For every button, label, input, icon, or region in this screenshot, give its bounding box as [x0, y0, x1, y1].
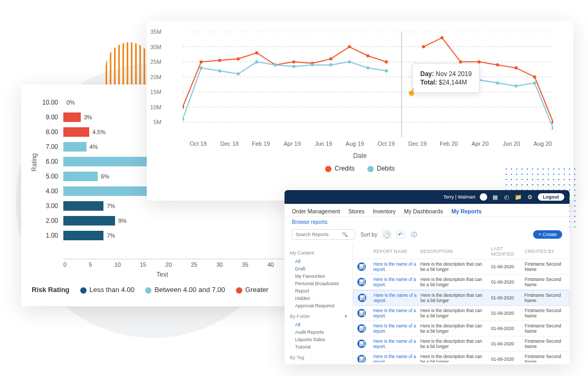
- bar-rect: [63, 231, 103, 240]
- svg-point-10: [218, 59, 221, 62]
- table-row[interactable]: 📊Here is the name of a report.Here is th…: [353, 275, 570, 290]
- cell-report-name[interactable]: Here is the name of a report.: [373, 339, 417, 349]
- svg-point-17: [348, 45, 351, 49]
- bar-x-tick: 0: [63, 261, 89, 268]
- cell-created-by: Firstname Second Name: [525, 277, 565, 287]
- cell-last-modified: 01-06-2020: [491, 326, 521, 331]
- cell-report-name[interactable]: Here is the name of a report.: [373, 354, 417, 362]
- refresh-icon[interactable]: ↶: [396, 230, 405, 239]
- svg-point-44: [496, 81, 499, 84]
- sort-time-icon[interactable]: 🕑: [383, 230, 391, 239]
- cell-report-name[interactable]: Here is the name of a report.: [373, 323, 417, 334]
- app-body: My Content AllDraftMy FavouritesPersonal…: [284, 244, 570, 362]
- sidebar-item-report[interactable]: Report: [290, 287, 347, 295]
- report-icon: 📊: [357, 309, 366, 317]
- table-row[interactable]: 📊Here is the name of a report.Here is th…: [353, 336, 570, 352]
- line-x-tick: Apr 19: [277, 140, 308, 147]
- table-row[interactable]: 📊Here is the name of a report.Here is th…: [353, 259, 570, 275]
- folder-icon[interactable]: 📁: [515, 193, 522, 201]
- clock-icon[interactable]: ◴: [503, 193, 510, 201]
- logout-button[interactable]: Logout: [538, 193, 565, 201]
- tab-my-dashboards[interactable]: My Dashboards: [404, 208, 443, 214]
- line-chart-tooltip: Day: Nov 24 2019 Total: $24,144M: [412, 63, 479, 93]
- sidebar-item-all[interactable]: All: [290, 321, 347, 328]
- svg-point-47: [552, 127, 553, 130]
- line-y-tick: 30M: [150, 44, 162, 50]
- bar-x-tick: 30: [216, 261, 242, 268]
- sidebar-item-personal-broadcasts[interactable]: Personal Broadcasts: [290, 280, 347, 287]
- bar-category-label: 7.00: [37, 143, 58, 151]
- cell-report-name[interactable]: Here is the name of a report.: [374, 293, 418, 303]
- sidebar-item-hidden[interactable]: Hidden: [290, 295, 347, 302]
- bar-rect: [63, 127, 89, 137]
- cell-report-name[interactable]: Here is the name of a report.: [373, 277, 417, 287]
- line-y-tick: 25M: [150, 59, 162, 65]
- bar-x-axis: 0510152025303540: [63, 259, 293, 268]
- sidebar-section-by-tag: By Tag: [290, 355, 347, 360]
- tooltip-day-row: Day: Nov 24 2019: [420, 70, 471, 78]
- line-x-tick: Oct 18: [183, 140, 214, 147]
- col-created-by[interactable]: CREATED BY: [525, 249, 565, 254]
- sidebar-section-by-folder: By Folder▾ AllAudit ReportsLiquorio Sale…: [290, 314, 347, 351]
- reports-app-card: Terry | Walmart ▦ ◴ 📁 ⚙ Logout Order Man…: [284, 190, 570, 364]
- col-report-name[interactable]: REPORT NAME: [373, 249, 417, 254]
- bar-x-tick: 25: [191, 261, 216, 268]
- sidebar-item-liquorio-sales[interactable]: Liquorio Sales: [290, 336, 347, 343]
- bar-x-axis-label: Text: [32, 271, 293, 278]
- sidebar-item-tutorial[interactable]: Tutorial: [290, 343, 347, 351]
- sidebar-item-all[interactable]: All: [290, 258, 347, 265]
- bar-x-tick: 15: [140, 261, 165, 268]
- bar-chart-legend: Risk Rating Less than 4.00 Between 4.00 …: [32, 286, 293, 294]
- search-icon[interactable]: 🔍: [342, 232, 348, 237]
- sidebar-item-my-favourites[interactable]: My Favourites: [290, 272, 347, 280]
- bar-value-label: 4%: [90, 144, 98, 150]
- grid-icon[interactable]: ▦: [491, 193, 499, 201]
- swatch-debits-icon: [367, 166, 374, 172]
- report-icon: 📊: [357, 262, 366, 271]
- table-row[interactable]: 📊Here is the name of a report.Here is th…: [353, 352, 570, 362]
- sidebar-title-by-folder[interactable]: By Folder▾: [290, 314, 347, 319]
- browse-reports-link[interactable]: Browse reports: [284, 217, 570, 227]
- table-row[interactable]: 📊Here is the name of a report.Here is th…: [353, 306, 570, 321]
- app-header: Terry | Walmart ▦ ◴ 📁 ⚙ Logout: [284, 190, 570, 204]
- cell-report-name[interactable]: Here is the name of a report.: [373, 308, 417, 318]
- bar-x-tick: 10: [115, 261, 140, 268]
- sidebar-item-audit-reports[interactable]: Audit Reports: [290, 328, 347, 336]
- cell-last-modified: 01-06-2020: [491, 311, 521, 316]
- tab-my-reports[interactable]: My Reports: [451, 208, 481, 214]
- svg-point-37: [348, 60, 351, 63]
- svg-point-20: [422, 45, 425, 49]
- sidebar-title-my-content: My Content: [290, 250, 347, 256]
- bar-x-tick: 35: [242, 261, 267, 268]
- svg-point-35: [311, 63, 314, 67]
- cell-report-name[interactable]: Here is the name of a report.: [373, 261, 417, 272]
- swatch-mid-icon: [145, 287, 151, 294]
- sidebar-item-draft[interactable]: Draft: [290, 265, 347, 272]
- sidebar-title-by-tag[interactable]: By Tag: [290, 355, 347, 360]
- cell-description: Here is the description that can be a bi…: [420, 308, 488, 318]
- swatch-credits-icon: [325, 166, 331, 172]
- help-icon[interactable]: ⓘ: [410, 230, 419, 239]
- bar-legend-high: Greater: [236, 286, 269, 294]
- svg-point-27: [552, 120, 553, 124]
- tools-icon[interactable]: ⚙: [526, 193, 534, 201]
- tab-inventory[interactable]: Inventory: [373, 208, 395, 214]
- col-last-modified[interactable]: LAST MODIFIED: [491, 246, 521, 257]
- col-description[interactable]: DESCRIPTION: [420, 249, 488, 254]
- table-row[interactable]: 📊Here is the name of a report.Here is th…: [353, 290, 570, 306]
- line-x-tick: Aug 19: [339, 140, 371, 147]
- swatch-high-icon: [236, 287, 242, 294]
- avatar[interactable]: [480, 193, 487, 201]
- search-reports-box[interactable]: 🔍: [292, 229, 355, 240]
- bar-value-label: 7%: [107, 203, 115, 209]
- svg-point-33: [273, 63, 277, 67]
- chevron-down-icon: ▾: [345, 314, 347, 319]
- svg-point-12: [255, 51, 258, 54]
- svg-point-46: [533, 81, 536, 84]
- create-button[interactable]: + Create: [533, 230, 562, 239]
- table-row[interactable]: 📊Here is the name of a report.Here is th…: [353, 321, 570, 336]
- search-input[interactable]: [295, 231, 342, 238]
- sidebar-item-approval-required[interactable]: Approval Required: [290, 302, 347, 309]
- tab-stores[interactable]: Stores: [348, 208, 364, 214]
- tab-order-management[interactable]: Order Management: [292, 208, 340, 214]
